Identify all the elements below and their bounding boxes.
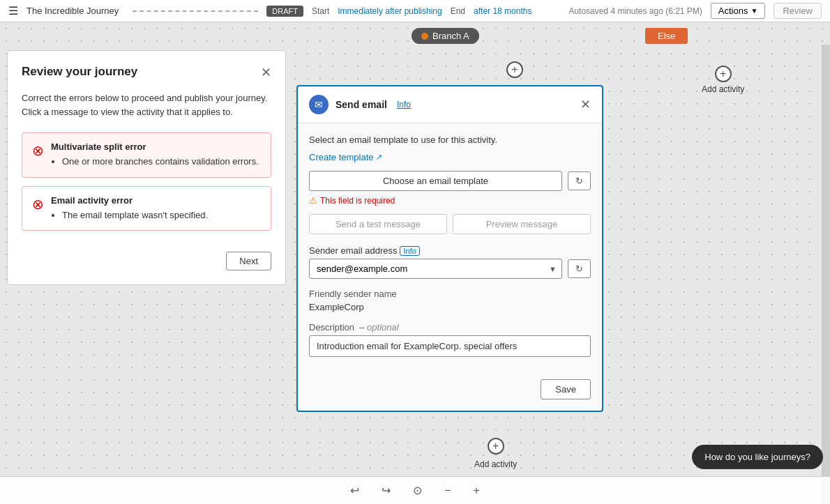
error-bullet-1-0: The email template wasn't specified. xyxy=(62,208,208,222)
center-icon: ⊙ xyxy=(413,484,422,496)
modal-footer: Save xyxy=(298,379,602,411)
end-label: End xyxy=(451,6,465,16)
error-title-0: Multivariate split error xyxy=(51,142,259,152)
scrollbar-right[interactable] xyxy=(822,45,830,504)
add-activity-bottom-label: Add activity xyxy=(474,459,517,469)
end-link[interactable]: after 18 months xyxy=(474,6,531,16)
friendly-name-label: Friendly sender name xyxy=(309,289,591,299)
error-card-0[interactable]: ⊗ Multivariate split error One or more b… xyxy=(22,132,271,178)
add-activity-top-btn[interactable]: + xyxy=(506,61,523,78)
sender-select-row: sender@example.com ▼ ↻ xyxy=(309,259,591,279)
branch-dot xyxy=(421,33,428,40)
actions-button[interactable]: Actions ▼ xyxy=(711,3,766,19)
send-email-modal: ✉ Send email Info ✕ Select an email temp… xyxy=(296,85,603,412)
error-list-1: The email template wasn't specified. xyxy=(51,208,208,222)
error-icon-0: ⊗ xyxy=(32,142,44,159)
start-label: Start xyxy=(312,6,329,16)
add-activity-bottom-circle[interactable]: + xyxy=(488,438,504,455)
zoom-in-icon: + xyxy=(474,484,480,496)
error-list-0: One or more branches contains validation… xyxy=(51,155,259,169)
journey-title: The Incredible Journey xyxy=(27,6,119,16)
friendly-name-value: ExampleCorp xyxy=(309,302,591,312)
add-activity-else-btn[interactable]: + Add activity xyxy=(702,66,744,94)
add-activity-top-circle[interactable]: + xyxy=(506,61,523,78)
zoom-in-button[interactable]: + xyxy=(468,482,485,500)
autosave-status: Autosaved 4 minutes ago (6:21 PM) xyxy=(568,6,702,16)
template-row: Choose an email template ↻ xyxy=(309,171,591,191)
error-content-1: Email activity error The email template … xyxy=(51,195,208,222)
else-node[interactable]: Else xyxy=(645,28,688,44)
undo-icon: ↩ xyxy=(350,484,359,496)
review-panel-header: Review your journey ✕ xyxy=(22,65,271,80)
review-panel-description: Correct the errors below to proceed and … xyxy=(22,91,271,119)
refresh-sender-icon: ↻ xyxy=(575,264,583,274)
description-label: Description – optional xyxy=(309,322,591,333)
send-test-message-button[interactable]: Send a test message xyxy=(309,214,447,234)
modal-section-description: Select an email template to use for this… xyxy=(309,135,591,145)
redo-icon: ↪ xyxy=(382,484,391,496)
menu-icon[interactable]: ☰ xyxy=(8,4,18,17)
choose-template-button[interactable]: Choose an email template xyxy=(309,171,562,191)
field-error-message: ⚠ This field is required xyxy=(309,195,591,206)
warning-icon: ⚠ xyxy=(309,195,317,206)
branch-a-label: Branch A xyxy=(432,31,469,41)
topbar: ☰ The Incredible Journey DRAFT Start Imm… xyxy=(0,0,830,22)
next-button[interactable]: Next xyxy=(226,252,271,270)
error-content-0: Multivariate split error One or more bra… xyxy=(51,142,259,169)
modal-close-button[interactable]: ✕ xyxy=(580,97,591,112)
review-panel-close-button[interactable]: ✕ xyxy=(261,65,271,80)
modal-title: Send email xyxy=(335,99,387,110)
review-panel-title: Review your journey xyxy=(22,65,137,79)
sender-email-select[interactable]: sender@example.com xyxy=(309,259,562,279)
preview-row: Send a test message Preview message xyxy=(309,214,591,234)
draft-badge: DRAFT xyxy=(266,6,303,17)
refresh-template-button[interactable]: ↻ xyxy=(568,171,591,190)
modal-body: Select an email template to use for this… xyxy=(298,123,602,379)
branch-a-node[interactable]: Branch A xyxy=(412,28,479,44)
sender-select-wrapper: sender@example.com ▼ xyxy=(309,259,562,279)
description-section: Description – optional xyxy=(309,322,591,357)
add-activity-else-label: Add activity xyxy=(702,84,744,94)
review-panel: Review your journey ✕ Correct the errors… xyxy=(7,50,286,285)
sender-info-badge[interactable]: Info xyxy=(400,246,419,256)
modal-info-link[interactable]: Info xyxy=(397,100,411,109)
redo-button[interactable]: ↪ xyxy=(376,481,396,500)
email-icon: ✉ xyxy=(309,95,329,114)
review-panel-footer: Next xyxy=(22,252,271,270)
sender-section: Sender email address Info sender@example… xyxy=(309,245,591,279)
title-separator xyxy=(133,10,258,12)
create-template-link[interactable]: Create template ↗ xyxy=(309,152,382,162)
error-card-1[interactable]: ⊗ Email activity error The email templat… xyxy=(22,186,271,231)
error-icon-1: ⊗ xyxy=(32,196,44,213)
friendly-name-section: Friendly sender name ExampleCorp xyxy=(309,289,591,312)
review-button[interactable]: Review xyxy=(774,3,822,19)
preview-message-button[interactable]: Preview message xyxy=(453,214,591,234)
feedback-toast: How do you like journeys? xyxy=(692,445,823,469)
modal-header: ✉ Send email Info ✕ xyxy=(298,86,602,123)
zoom-out-icon: − xyxy=(444,484,451,496)
save-button[interactable]: Save xyxy=(541,379,591,399)
center-button[interactable]: ⊙ xyxy=(407,481,428,500)
description-input[interactable] xyxy=(309,335,591,357)
refresh-icon: ↻ xyxy=(575,176,583,186)
undo-button[interactable]: ↩ xyxy=(345,481,365,500)
start-link[interactable]: Immediately after publishing xyxy=(338,6,442,16)
else-label: Else xyxy=(658,31,675,41)
error-title-1: Email activity error xyxy=(51,195,208,206)
actions-arrow-icon: ▼ xyxy=(750,7,757,15)
add-activity-bottom-btn[interactable]: + Add activity xyxy=(474,438,517,469)
error-bullet-0-0: One or more branches contains validation… xyxy=(62,155,259,169)
add-activity-else-circle[interactable]: + xyxy=(715,66,732,82)
zoom-out-button[interactable]: − xyxy=(439,482,456,500)
sender-label: Sender email address Info xyxy=(309,245,591,256)
journey-canvas: Branch A Else + + Add activity Review yo… xyxy=(0,22,830,504)
external-link-icon: ↗ xyxy=(376,153,382,162)
refresh-sender-button[interactable]: ↻ xyxy=(568,259,591,278)
bottom-toolbar: ↩ ↪ ⊙ − + xyxy=(0,476,830,504)
